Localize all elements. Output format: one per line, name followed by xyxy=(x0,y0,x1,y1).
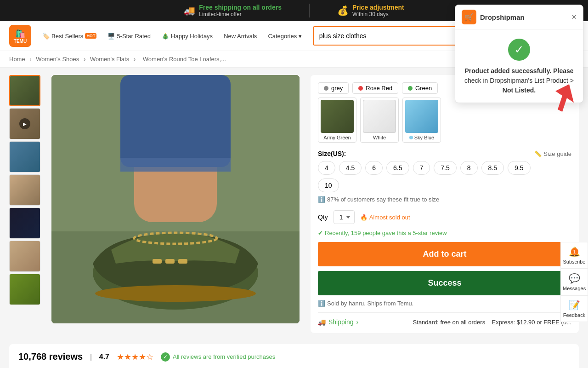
svg-point-10 xyxy=(95,285,256,302)
color-option-white[interactable]: White xyxy=(360,98,399,143)
logo[interactable]: 🛍️ TEMU xyxy=(9,25,31,47)
size-6-5[interactable]: 6.5 xyxy=(386,161,409,175)
sold-by: ℹ️ Sold by hanru. Ships from Temu. xyxy=(318,300,571,307)
color-dot-green xyxy=(408,86,413,91)
nav-categories[interactable]: Categories ▾ xyxy=(264,31,305,41)
success-checkmark: ✓ xyxy=(508,39,530,61)
banner-price: 💰 Price adjustment Within 30 days xyxy=(337,4,404,17)
breadcrumb-womens-shoes[interactable]: Women's Shoes xyxy=(36,56,79,63)
svg-rect-8 xyxy=(165,259,175,264)
verified-icon: ✓ xyxy=(161,352,170,362)
color-img-row: Army Green White Sky Blue xyxy=(318,98,571,143)
size-8[interactable]: 8 xyxy=(460,161,478,175)
color-label-sky-blue: Sky Blue xyxy=(409,135,434,140)
color-chip-green[interactable]: Green xyxy=(402,82,438,94)
nav-new-arrivals[interactable]: New Arrivals xyxy=(220,31,260,41)
red-arrow-icon xyxy=(542,80,578,116)
svg-rect-4 xyxy=(120,158,231,172)
shipping-section: 🚚 Shipping › Standard: free on all order… xyxy=(318,312,571,326)
shoe-svg xyxy=(51,75,300,323)
thumbnail-video[interactable]: ▶ xyxy=(9,108,40,139)
size-section: Size(US): 📏 Size guide 4 4.5 6 6.5 7 7.5… xyxy=(318,150,571,203)
size-header: Size(US): 📏 Size guide xyxy=(318,150,571,157)
size-10[interactable]: 10 xyxy=(318,178,339,192)
main-content: ▶ xyxy=(0,68,588,340)
svg-rect-3 xyxy=(120,75,231,167)
thumbnail-5[interactable] xyxy=(9,207,40,239)
thumbnail-1[interactable] xyxy=(9,75,40,106)
color-chip-rose-red[interactable]: Rose Red xyxy=(352,82,398,94)
reviews-note: ✔ Recently, 159 people gave this a 5-sta… xyxy=(318,230,571,236)
shipping-details: Standard: free on all orders Express: $1… xyxy=(413,319,571,326)
color-dot-grey xyxy=(324,86,328,91)
sidebar-feedback[interactable]: 📝 Feedback xyxy=(560,295,588,322)
dropshipman-popup: 🛒 Dropshipman × ✓ Product added successf… xyxy=(455,5,583,103)
banner-price-sub: Within 30 days xyxy=(352,11,404,17)
size-9-5[interactable]: 9.5 xyxy=(508,161,530,175)
color-option-sky-blue[interactable]: Sky Blue xyxy=(402,98,441,143)
add-to-cart-button[interactable]: Add to cart xyxy=(318,242,571,266)
thumbnail-7[interactable] xyxy=(9,274,40,305)
review-count: 10,768 reviews xyxy=(18,351,83,362)
size-6[interactable]: 6 xyxy=(365,161,383,175)
shoe-display xyxy=(51,75,300,323)
main-product-image xyxy=(51,75,300,323)
right-sidebar: 🔔 1 Subscribe 💬 Messages 📝 Feedback xyxy=(560,242,588,322)
size-options-row2: 10 xyxy=(318,178,571,192)
thumbnail-3[interactable] xyxy=(9,141,40,172)
popup-logo-icon: 🛒 xyxy=(462,10,476,24)
color-chip-grey[interactable]: grey xyxy=(318,82,349,94)
shipping-label[interactable]: 🚚 Shipping › xyxy=(318,318,358,326)
color-img-sky-blue xyxy=(405,100,438,133)
size-7-5[interactable]: 7.5 xyxy=(434,161,456,175)
size-4[interactable]: 4 xyxy=(318,161,335,175)
verified-badge: ✓ All reviews are from verified purchase… xyxy=(161,352,275,362)
size-fit-note: ℹ️ 87% of customers say these fit true t… xyxy=(318,196,571,203)
popup-body: ✓ Product added successfully. Please che… xyxy=(455,29,583,103)
thumbnail-4[interactable] xyxy=(9,174,40,206)
popup-close-button[interactable]: × xyxy=(571,12,577,22)
banner-shipping-sub: Limited-time offer xyxy=(199,11,282,17)
banner-divider-1 xyxy=(309,4,310,17)
messages-icon: 💬 xyxy=(563,273,586,284)
success-button[interactable]: Success xyxy=(318,271,571,295)
color-label-army-green: Army Green xyxy=(323,135,351,140)
banner-shipping-title: Free shipping on all orders xyxy=(199,4,282,11)
size-4-5[interactable]: 4.5 xyxy=(339,161,362,175)
subscribe-badge: 1 xyxy=(571,248,578,255)
size-7[interactable]: 7 xyxy=(413,161,430,175)
breadcrumb-womens-flats[interactable]: Women's Flats xyxy=(90,56,129,63)
qty-label: Qty xyxy=(318,213,328,221)
qty-select[interactable]: 1 2 3 4 5 xyxy=(334,210,355,224)
feedback-icon: 📝 xyxy=(563,299,586,310)
sidebar-subscribe[interactable]: 🔔 1 Subscribe xyxy=(560,242,588,269)
size-guide-link[interactable]: 📏 Size guide xyxy=(534,150,571,157)
main-nav: 🏷️ Best Sellers HOT 🖥️ 5-Star Rated 🎄 Ha… xyxy=(39,31,305,41)
color-option-army-green[interactable]: Army Green xyxy=(318,98,356,143)
popup-logo: 🛒 Dropshipman xyxy=(462,10,525,24)
color-img-army-green xyxy=(321,100,354,133)
banner-shipping: 🚚 Free shipping on all orders Limited-ti… xyxy=(184,4,282,17)
thumbnail-6[interactable] xyxy=(9,241,40,272)
reviews-summary: 10,768 reviews | 4.7 ★★★★☆ ✓ All reviews… xyxy=(18,351,570,362)
popup-header: 🛒 Dropshipman × xyxy=(455,5,583,29)
star-rating: ★★★★☆ xyxy=(117,352,153,362)
reviews-section: 10,768 reviews | 4.7 ★★★★☆ ✓ All reviews… xyxy=(9,344,579,368)
breadcrumb-current: Women's Round Toe Loafers,... xyxy=(143,56,226,63)
color-dot-rose-red xyxy=(358,86,363,91)
product-details: grey Rose Red Green Army Green xyxy=(311,75,579,333)
nav-holidays[interactable]: 🎄 Happy Holidays xyxy=(158,31,216,41)
nav-5star[interactable]: 🖥️ 5-Star Rated xyxy=(104,31,154,41)
sidebar-messages[interactable]: 💬 Messages xyxy=(560,269,588,295)
hot-badge: HOT xyxy=(85,33,96,39)
nav-best-sellers[interactable]: 🏷️ Best Sellers HOT xyxy=(39,31,100,41)
size-options: 4 4.5 6 6.5 7 7.5 8 8.5 9.5 xyxy=(318,161,571,175)
thumbnail-list: ▶ xyxy=(9,75,40,333)
color-img-white xyxy=(363,100,396,133)
size-8-5[interactable]: 8.5 xyxy=(481,161,504,175)
breadcrumb-home[interactable]: Home xyxy=(9,56,25,63)
banner-price-title: Price adjustment xyxy=(352,4,404,11)
color-label-white: White xyxy=(373,135,386,140)
sky-blue-dot xyxy=(409,136,413,139)
almost-sold-badge: 🔥 Almost sold out xyxy=(360,214,410,221)
